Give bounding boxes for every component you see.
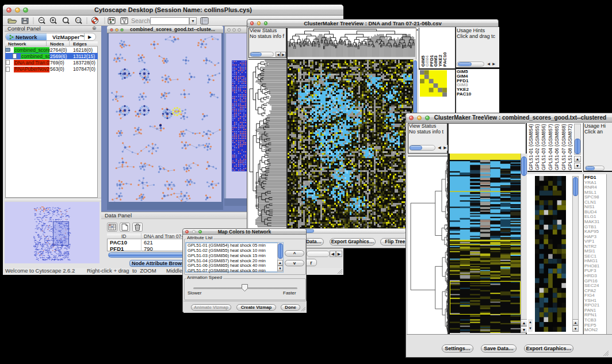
svg-text:GPL51-02 (GSM855): GPL51-02 (GSM855): [534, 124, 540, 170]
svg-text:GPL51-06 (GSM865): GPL51-06 (GSM865): [554, 124, 560, 170]
svg-text:GPL51-01 (GSM854): GPL51-01 (GSM854): [528, 124, 534, 170]
svg-text:1:1: 1:1: [76, 19, 81, 22]
svg-text:PAC10: PAC10: [442, 52, 447, 67]
svg-text:GPL51-04 (GSM857): GPL51-04 (GSM857): [548, 124, 553, 170]
svg-text:GPL51-03 (GSM856): GPL51-03 (GSM856): [541, 124, 546, 170]
svg-text:GPL51-08 (GSM872): GPL51-08 (GSM872): [567, 124, 573, 170]
svg-text:GPL51-07 (GSM868): GPL51-07 (GSM868): [561, 124, 567, 170]
